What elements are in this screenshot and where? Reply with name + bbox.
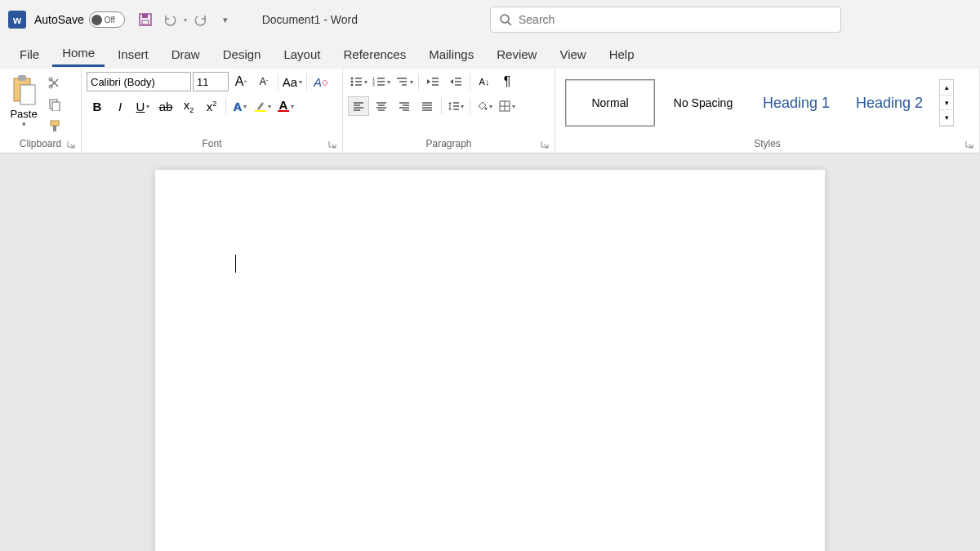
bullets-icon: [350, 76, 363, 87]
increase-indent-button[interactable]: [445, 72, 466, 91]
svg-text:3: 3: [372, 82, 375, 87]
clear-formatting-button[interactable]: A◇: [310, 72, 332, 91]
text-effects-icon: A: [234, 100, 243, 113]
font-name-select[interactable]: [87, 72, 191, 91]
tab-home[interactable]: Home: [52, 41, 105, 67]
styles-scroll-down[interactable]: ▾: [940, 96, 953, 111]
decrease-indent-button[interactable]: [422, 72, 443, 91]
multilevel-list-button[interactable]: [394, 72, 415, 91]
justify-button[interactable]: [416, 96, 438, 116]
svg-point-16: [351, 81, 354, 83]
paragraph-launcher[interactable]: [540, 140, 551, 151]
style-heading-2[interactable]: Heading 2: [844, 79, 934, 127]
align-right-button[interactable]: [394, 96, 415, 116]
redo-button[interactable]: [190, 9, 212, 30]
toggle-knob-icon: [91, 15, 102, 25]
format-painter-button[interactable]: [46, 118, 64, 134]
copy-icon: [48, 98, 61, 111]
show-marks-button[interactable]: ¶: [497, 72, 518, 91]
save-icon: [138, 12, 153, 27]
tab-view[interactable]: View: [550, 42, 595, 66]
styles-expand[interactable]: ▾: [940, 110, 953, 126]
strikethrough-button[interactable]: ab: [155, 96, 176, 116]
svg-rect-1: [142, 14, 148, 18]
numbering-button[interactable]: 123: [371, 72, 392, 91]
text-cursor: [235, 255, 236, 273]
bold-button[interactable]: B: [87, 96, 108, 116]
ribbon-tabs: File Home Insert Draw Design Layout Refe…: [0, 39, 980, 69]
tab-layout[interactable]: Layout: [274, 42, 330, 66]
align-left-button[interactable]: [348, 96, 369, 116]
undo-button[interactable]: [159, 9, 180, 30]
launcher-icon: [964, 140, 974, 149]
launcher-icon: [327, 140, 337, 149]
search-input[interactable]: [519, 13, 832, 26]
bullets-button[interactable]: [348, 72, 369, 91]
decrease-font-icon: A: [260, 76, 266, 87]
change-case-button[interactable]: Aa: [282, 72, 303, 91]
launcher-icon: [66, 140, 76, 149]
tab-draw[interactable]: Draw: [162, 42, 210, 66]
align-left-icon: [353, 101, 364, 111]
tab-file[interactable]: File: [10, 42, 49, 66]
tab-help[interactable]: Help: [599, 42, 644, 66]
undo-dropdown[interactable]: ▾: [184, 16, 187, 24]
shading-button[interactable]: [474, 96, 495, 116]
undo-icon: [163, 12, 177, 27]
font-color-icon: A: [278, 100, 289, 112]
tab-design[interactable]: Design: [213, 42, 271, 66]
customize-qat-button[interactable]: ▾: [215, 9, 236, 30]
svg-line-4: [508, 22, 511, 25]
document-page[interactable]: [155, 170, 825, 551]
subscript-button[interactable]: x2: [178, 96, 199, 116]
svg-rect-11: [52, 102, 60, 111]
tab-references[interactable]: References: [333, 42, 416, 66]
change-case-icon: Aa: [283, 75, 297, 89]
highlight-button[interactable]: [252, 96, 274, 116]
sort-button[interactable]: A↓: [474, 72, 495, 91]
align-center-button[interactable]: [371, 96, 392, 116]
style-no-spacing[interactable]: No Spacing: [658, 79, 748, 127]
tab-insert[interactable]: Insert: [108, 42, 158, 66]
chevron-down-icon: ▾: [945, 99, 949, 107]
font-size-select[interactable]: [193, 72, 229, 91]
tab-mailings[interactable]: Mailings: [419, 42, 483, 66]
sort-icon: A↓: [479, 77, 490, 87]
cut-button[interactable]: [46, 75, 64, 91]
search-icon: [499, 13, 512, 26]
group-styles: Normal No Spacing Heading 1 Heading 2 ▴ …: [555, 69, 980, 153]
superscript-button[interactable]: x2: [201, 96, 222, 116]
svg-rect-7: [20, 85, 35, 104]
font-color-button[interactable]: A: [275, 96, 296, 116]
search-box[interactable]: [490, 7, 841, 33]
autosave-toggle[interactable]: Off: [89, 11, 125, 28]
line-spacing-button[interactable]: [445, 96, 466, 116]
document-workspace[interactable]: [0, 153, 980, 551]
style-normal[interactable]: Normal: [565, 79, 655, 127]
strikethrough-icon: ab: [159, 100, 173, 113]
decrease-font-button[interactable]: Aˇ: [253, 72, 274, 91]
paste-button[interactable]: Paste ▾: [5, 72, 42, 128]
chevron-up-icon: ▴: [945, 83, 949, 91]
increase-font-button[interactable]: A^: [230, 72, 252, 91]
copy-button[interactable]: [46, 96, 64, 113]
chevron-down-icon: ▾: [22, 120, 26, 128]
svg-point-55: [485, 108, 488, 110]
styles-launcher[interactable]: [964, 140, 976, 151]
customize-qat-icon: ▾: [223, 15, 228, 25]
styles-scroll-up[interactable]: ▴: [940, 80, 953, 96]
outdent-icon: [426, 76, 439, 87]
tab-review[interactable]: Review: [487, 42, 546, 66]
underline-button[interactable]: U: [132, 96, 154, 116]
borders-button[interactable]: [497, 96, 518, 116]
italic-button[interactable]: I: [109, 96, 131, 116]
svg-rect-6: [18, 75, 26, 81]
svg-point-3: [501, 15, 509, 23]
style-heading-1[interactable]: Heading 1: [751, 79, 841, 127]
clipboard-launcher[interactable]: [66, 140, 78, 151]
text-effects-button[interactable]: A: [229, 96, 251, 116]
superscript-icon: x2: [207, 100, 217, 113]
font-launcher[interactable]: [327, 140, 339, 151]
autosave-state: Off: [105, 16, 115, 24]
save-button[interactable]: [135, 9, 156, 30]
